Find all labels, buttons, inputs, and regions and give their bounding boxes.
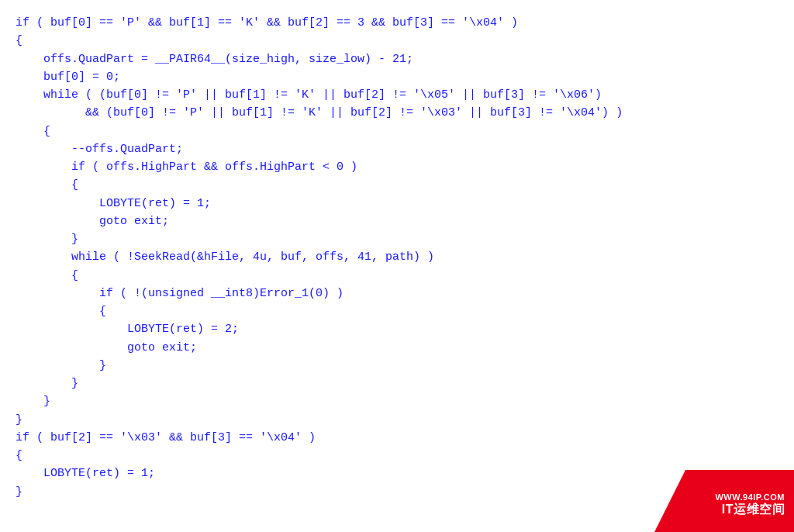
watermark-name: IT运维空间 bbox=[722, 502, 785, 518]
watermark-url: WWW.94IP.COM bbox=[715, 492, 785, 502]
code-block: if ( buf[0] == 'P' && buf[1] == 'K' && b… bbox=[16, 14, 778, 501]
code-container: if ( buf[0] == 'P' && buf[1] == 'K' && b… bbox=[0, 0, 794, 532]
